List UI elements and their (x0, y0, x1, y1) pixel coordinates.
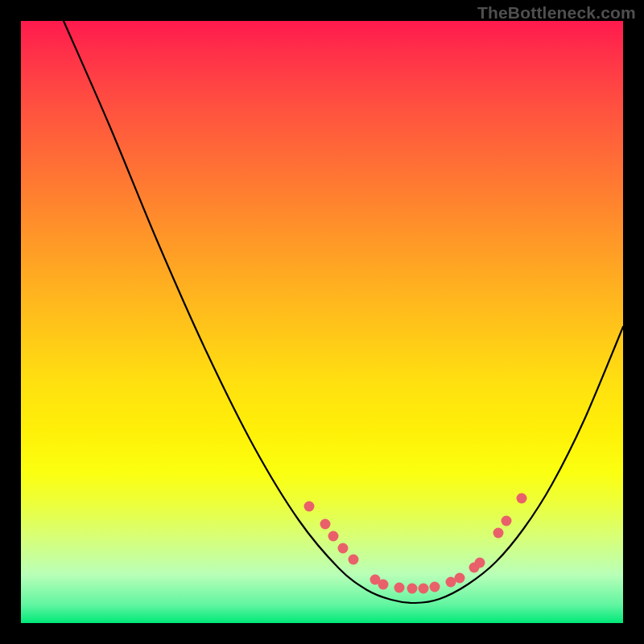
data-point-marker (430, 582, 440, 592)
data-point-marker (493, 528, 504, 539)
data-point-marker (517, 493, 527, 504)
data-point-marker (502, 516, 512, 526)
data-point-marker (455, 573, 465, 584)
data-point-marker (338, 543, 349, 554)
chart-area (21, 21, 623, 623)
data-point-marker (304, 502, 315, 512)
data-point-marker (328, 531, 339, 542)
watermark-text: TheBottleneck.com (477, 3, 636, 23)
chart-svg (21, 21, 623, 623)
bottleneck-curve (64, 21, 623, 603)
data-point-marker (475, 558, 485, 568)
data-point-marker (394, 583, 405, 593)
data-point-marker (407, 584, 418, 594)
data-point-marker (378, 580, 389, 590)
data-markers (304, 493, 527, 594)
data-point-marker (419, 584, 429, 594)
data-point-marker (320, 519, 331, 530)
data-point-marker (349, 555, 359, 565)
